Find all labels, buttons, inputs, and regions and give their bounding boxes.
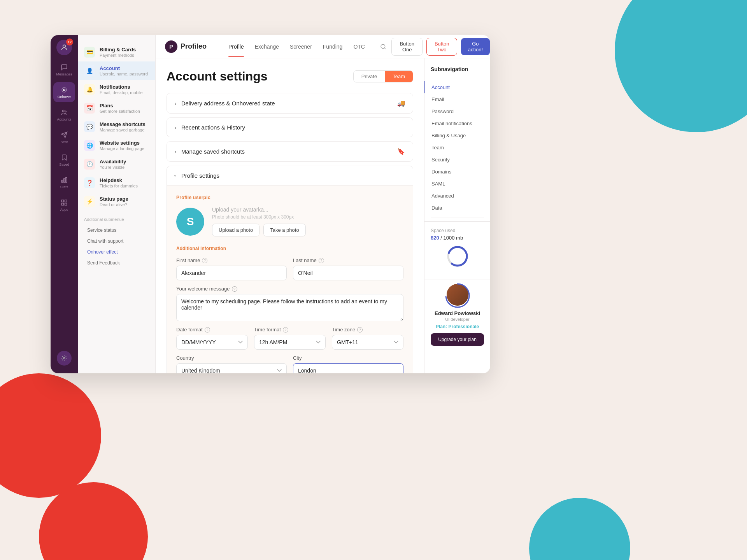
nav-item-availability[interactable]: 🕐 Availability You're visible <box>78 155 155 173</box>
subnav-item-domains[interactable]: Domains <box>424 166 490 178</box>
sidebar-item-sent[interactable]: Sent <box>53 127 75 147</box>
upload-photo-button[interactable]: Upload a photo <box>212 224 260 236</box>
page-content: Account settings Private Team › Delivery… <box>156 58 424 373</box>
subnav-item-data[interactable]: Data <box>424 202 490 214</box>
subnav-item-saml[interactable]: SAML <box>424 178 490 190</box>
timezone-select[interactable]: GMT+11 GMT+10 GMT+0 GMT-5 <box>332 335 403 350</box>
nav-link-profile[interactable]: Profile <box>224 41 249 52</box>
svg-point-20 <box>446 284 469 307</box>
take-photo-button[interactable]: Take a photo <box>263 224 305 236</box>
user-name: Edward Powlowski <box>431 310 484 316</box>
profile-userpic-row: S Upload your avatarka... Photo should b… <box>176 206 403 236</box>
user-profile-card: Edward Powlowski UI developer Plan: Prof… <box>424 280 490 350</box>
last-name-input[interactable] <box>293 266 403 280</box>
timezone-label: Time zone ? <box>332 327 403 332</box>
plans-sub: Get more satisfaction <box>100 109 149 114</box>
accordion-history-header[interactable]: › Recent actions & History <box>167 118 413 137</box>
welcome-msg-info-icon: ? <box>232 286 237 292</box>
nav-item-billing[interactable]: 💳 Billing & Cards Payment methods <box>78 43 155 61</box>
upload-hint: Upload your avatarka... <box>212 206 306 213</box>
user-avatar-top[interactable]: 12 <box>56 40 72 55</box>
subnav-item-team[interactable]: Team <box>424 142 490 154</box>
nav-item-shortcuts[interactable]: 💬 Message shortcuts Manage saved garbage <box>78 117 155 136</box>
sidebar-item-onhover[interactable]: Onhover <box>53 82 75 102</box>
space-used-section: Space used 820 / 1000 mb <box>424 221 490 278</box>
location-row: Country United Kingdom United States Ger… <box>176 355 403 373</box>
nav-item-account[interactable]: 👤 Account Userpic, name, password <box>78 61 155 80</box>
time-format-select[interactable]: 12h AM/PM 24h <box>254 335 326 350</box>
svg-point-2 <box>62 88 67 92</box>
accordion-shortcuts-header[interactable]: › Manage saved shortcuts 🔖 <box>167 142 413 161</box>
brand: P Profileo <box>165 40 207 53</box>
subnav-item-advanced[interactable]: Advanced <box>424 190 490 202</box>
top-nav-links: Profile Exchange Screener Funding OTC <box>224 41 370 52</box>
sidebar-item-accounts[interactable]: Accounts <box>53 105 75 125</box>
plans-icon: 📅 <box>84 103 95 114</box>
first-name-input[interactable] <box>176 266 287 280</box>
nav-link-exchange[interactable]: Exchange <box>250 41 284 52</box>
subnav-item-email[interactable]: Email <box>424 93 490 105</box>
sidebar-item-messages[interactable]: Messages <box>53 60 75 80</box>
upgrade-button[interactable]: Upgrade your plan <box>431 333 484 346</box>
website-sub: Manage a landing page <box>100 146 149 151</box>
accordion-shortcuts-title: Manage saved shortcuts <box>181 148 393 155</box>
last-name-group: Last name ? <box>293 257 403 280</box>
search-button[interactable] <box>379 40 388 53</box>
nav-link-screener[interactable]: Screener <box>285 41 317 52</box>
settings-button[interactable] <box>57 351 72 366</box>
accordion-profile-arrow: › <box>172 175 179 177</box>
subnav-item-security[interactable]: Security <box>424 154 490 166</box>
nav-item-helpdesk[interactable]: ❓ Helpdesk Tickets for dummies <box>78 173 155 192</box>
go-action-button[interactable]: Go action! <box>461 38 489 55</box>
stats-icon <box>60 176 68 184</box>
svg-rect-9 <box>65 200 67 202</box>
country-group: Country United Kingdom United States Ger… <box>176 355 287 373</box>
button-two[interactable]: Button Two <box>426 38 457 56</box>
status-title: Status page <box>100 196 149 202</box>
first-name-group: First name ? <box>176 257 287 280</box>
welcome-message-input[interactable]: Welcome to my scheduling page. Please fo… <box>176 294 403 321</box>
space-ring <box>446 245 469 268</box>
nav-subitem-chat-support[interactable]: Chat with support <box>78 236 155 247</box>
nav-item-website[interactable]: 🌐 Website settings Manage a landing page <box>78 136 155 155</box>
sidebar-item-saved[interactable]: Saved <box>53 150 75 170</box>
nav-subitem-service-status[interactable]: Service status <box>78 225 155 236</box>
availability-title: Availability <box>100 159 149 164</box>
date-format-info-icon: ? <box>205 327 210 332</box>
accordion-delivery-header[interactable]: › Delivery address & Onhovered state 🚚 <box>167 93 413 113</box>
brand-name: Profileo <box>181 42 207 51</box>
nav-subitem-onhover-effect[interactable]: Onhover effect <box>78 247 155 257</box>
nav-link-funding[interactable]: Funding <box>318 41 347 52</box>
main-content: P Profileo Profile Exchange Screener Fun… <box>156 35 490 373</box>
subnav-item-billing-usage[interactable]: Billing & Usage <box>424 130 490 142</box>
button-one[interactable]: Button One <box>391 38 423 56</box>
country-select[interactable]: United Kingdom United States Germany Fra… <box>176 363 287 373</box>
bg-circle-teal-bottom <box>529 498 630 560</box>
accounts-icon <box>60 108 68 117</box>
svg-point-4 <box>65 111 66 112</box>
notifications-icon: 🔔 <box>84 84 95 95</box>
city-input[interactable] <box>293 363 403 373</box>
top-navbar: P Profileo Profile Exchange Screener Fun… <box>156 35 490 58</box>
name-row: First name ? Last name ? <box>176 257 403 280</box>
toggle-team[interactable]: Team <box>385 71 413 82</box>
welcome-message-label: Your welcome message ? <box>176 286 403 292</box>
helpdesk-title: Helpdesk <box>100 177 149 183</box>
svg-rect-7 <box>66 177 67 182</box>
nav-subitem-send-feedback[interactable]: Send Feedback <box>78 257 155 268</box>
nav-item-status[interactable]: ⚡ Status page Dead or alive? <box>78 192 155 211</box>
sidebar-item-stats[interactable]: Stats <box>53 172 75 192</box>
sidebar-item-apps[interactable]: Apps <box>53 195 75 215</box>
date-format-select[interactable]: DD/MM/YYYY MM/DD/YYYY YYYY/MM/DD <box>176 335 248 350</box>
accordion-shortcuts: › Manage saved shortcuts 🔖 <box>167 141 413 162</box>
accordion-shortcuts-arrow: › <box>175 149 177 155</box>
subnav-item-password[interactable]: Password <box>424 105 490 117</box>
subnav-item-email-notifications[interactable]: Email notifications <box>424 117 490 130</box>
nav-item-notifications[interactable]: 🔔 Notifications Email, desktop, mobile <box>78 80 155 99</box>
nav-item-plans[interactable]: 📅 Plans Get more satisfaction <box>78 99 155 117</box>
subnav-item-account[interactable]: Account <box>424 81 490 93</box>
toggle-private[interactable]: Private <box>354 71 385 82</box>
nav-link-otc[interactable]: OTC <box>349 41 370 52</box>
app-container: 12 Messages Onhover <box>51 35 490 373</box>
accordion-profile-header[interactable]: › Profile settings <box>167 166 413 185</box>
